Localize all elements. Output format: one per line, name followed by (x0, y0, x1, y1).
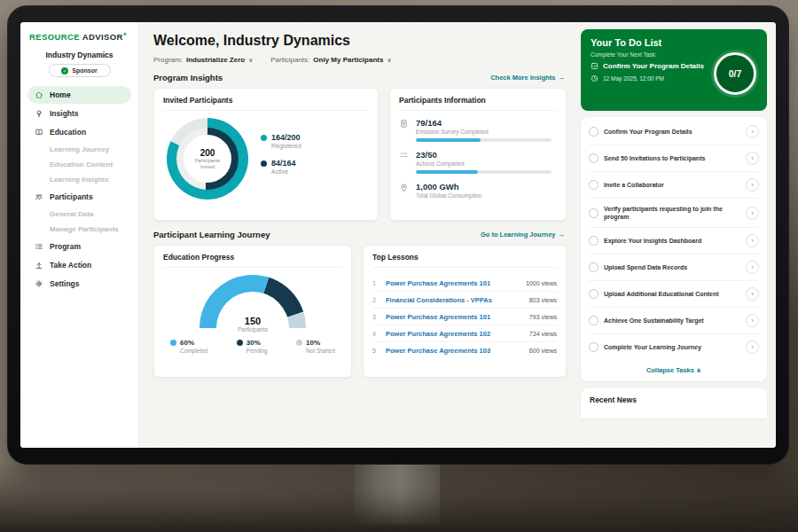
lesson-row: 5 Power Purchase Agreements 103 600 view… (372, 342, 557, 358)
legend-pending: 30% Pending (237, 339, 268, 354)
people-icon (35, 192, 43, 201)
chevron-right-icon[interactable]: › (746, 152, 759, 165)
task-row[interactable]: Achieve One Sustainability Target › (589, 308, 759, 334)
lesson-row: 2 Financial Considerations - VPPAs 803 v… (372, 292, 557, 309)
education-progress-card: Education Progress 150 Participants 60% … (153, 245, 352, 378)
legend-dot (261, 160, 267, 167)
legend-not-started: 10% Not Started (296, 339, 335, 354)
donut-legend: 164/200 Registered 84/164 Active (261, 133, 301, 184)
logo-plus: + (123, 31, 128, 37)
progress-bar (416, 138, 552, 142)
invited-participants-card: Invited Participants 200 Participants In… (153, 88, 379, 221)
lesson-link[interactable]: Power Purchase Agreements 101 (386, 313, 523, 321)
app-logo: RESOURCE ADVISOR+ (27, 31, 131, 42)
sidebar: RESOURCE ADVISOR+ Industry Dynamics ✓ Sp… (20, 22, 139, 448)
task-row[interactable]: Explore Your Insights Dashboard › (589, 228, 759, 254)
sidebar-item-education[interactable]: Education (27, 123, 131, 141)
sidebar-item-learning-insights[interactable]: Learning Insights (27, 172, 131, 187)
task-checkbox[interactable] (589, 208, 598, 218)
sponsor-badge[interactable]: ✓ Sponsor (49, 64, 111, 77)
program-filter-value: Industrialize Zero (186, 56, 245, 64)
learning-journey-header: Participant Learning Journey Go to Learn… (153, 230, 565, 239)
task-row[interactable]: Invite a Collaborator › (589, 172, 759, 199)
sidebar-item-label: Home (50, 90, 71, 99)
participants-filter[interactable]: Participants: Only My Participants ∨ (270, 56, 391, 64)
sidebar-item-settings[interactable]: Settings (27, 275, 131, 293)
legend-completed: 60% Completed (170, 339, 207, 354)
metric-value: 79/164 (416, 118, 557, 128)
sidebar-item-education-content[interactable]: Education Content (27, 157, 131, 172)
chevron-up-icon: ∧ (696, 366, 701, 374)
arrow-right-icon: → (559, 74, 566, 82)
chevron-right-icon[interactable]: › (746, 125, 759, 138)
chevron-down-icon: ∨ (248, 57, 253, 64)
chevron-right-icon[interactable]: › (746, 178, 759, 192)
program-filter[interactable]: Program: Industrialize Zero ∨ (153, 56, 253, 64)
legend-registered: 164/200 Registered (261, 133, 301, 149)
lesson-row: 4 Power Purchase Agreements 102 734 view… (372, 325, 557, 342)
task-checkbox[interactable] (589, 236, 598, 246)
task-checkbox[interactable] (589, 342, 598, 352)
todo-column: Your To Do List Complete Your Next Task:… (577, 22, 776, 448)
book-icon (35, 128, 43, 137)
education-gauge-chart: 150 Participants (200, 275, 306, 330)
task-row[interactable]: Send 50 Invitations to Participants › (589, 145, 759, 172)
chevron-right-icon[interactable]: › (746, 314, 759, 327)
chevron-right-icon[interactable]: › (746, 287, 759, 301)
task-checkbox[interactable] (589, 127, 598, 137)
check-more-insights-link[interactable]: Check More Insights→ (490, 74, 565, 82)
task-row[interactable]: Confirm Your Program Details › (589, 119, 759, 145)
org-name: Industry Dynamics (27, 51, 131, 59)
collapse-tasks-link[interactable]: Collapse Tasks ∧ (589, 360, 759, 378)
task-checkbox[interactable] (589, 316, 598, 325)
chevron-right-icon[interactable]: › (746, 261, 759, 274)
lesson-link[interactable]: Power Purchase Agreements 102 (386, 330, 523, 338)
check-square-icon (591, 62, 598, 70)
home-icon (35, 90, 43, 99)
sidebar-item-insights[interactable]: Insights (27, 105, 131, 122)
donut-value: 200 (200, 148, 215, 158)
checklist-icon (399, 151, 409, 160)
card-title: Invited Participants (163, 96, 369, 111)
gauge-legend: 60% Completed 30% Pending 10% Not Starte… (163, 330, 342, 354)
task-checkbox[interactable] (589, 180, 598, 190)
participants-filter-value: Only My Participants (313, 56, 383, 64)
todo-progress-badge: 0/7 (714, 52, 756, 95)
lesson-link[interactable]: Power Purchase Agreements 101 (386, 279, 520, 287)
sidebar-item-general-data[interactable]: General Data (27, 207, 131, 222)
chevron-right-icon[interactable]: › (746, 234, 759, 247)
recent-news-header[interactable]: Recent News (581, 388, 767, 419)
main-column: Welcome, Industry Dynamics Program: Indu… (139, 22, 577, 448)
top-lessons-card: Top Lessons 1 Power Purchase Agreements … (363, 245, 567, 378)
progress-bar (416, 170, 552, 174)
legend-dot (296, 340, 302, 346)
task-row[interactable]: Upload Spend Data Records › (589, 254, 759, 281)
sidebar-item-participants[interactable]: Participants (27, 188, 131, 206)
go-to-learning-journey-link[interactable]: Go to Learning Journey→ (481, 231, 565, 239)
task-row[interactable]: Complete Your Learning Journey › (589, 334, 759, 360)
lesson-views: 1000 views (526, 280, 557, 286)
task-checkbox[interactable] (589, 262, 598, 272)
logo-resource: RESOURCE (29, 32, 80, 42)
task-checkbox[interactable] (589, 289, 598, 299)
sidebar-item-manage-participants[interactable]: Manage Participants (27, 222, 131, 237)
gear-icon (35, 279, 43, 288)
sidebar-item-learning-journey[interactable]: Learning Journey (27, 142, 131, 157)
invited-donut-chart: 200 Participants Invited (167, 118, 248, 200)
filter-bar: Program: Industrialize Zero ∨ Participan… (153, 56, 567, 64)
sidebar-item-take-action[interactable]: Take Action (27, 256, 131, 274)
chevron-right-icon[interactable]: › (746, 207, 759, 220)
next-task[interactable]: Confirm Your Program Details (591, 62, 715, 70)
task-row[interactable]: Upload Additional Educational Content › (589, 281, 759, 308)
survey-icon (399, 119, 409, 129)
lesson-link[interactable]: Power Purchase Agreements 103 (386, 347, 523, 355)
metric-value: 1,000 GWh (416, 182, 557, 192)
desk-shadow (0, 461, 798, 532)
sidebar-item-program[interactable]: Program (27, 238, 131, 255)
task-row[interactable]: Verify participants requesting to join t… (589, 199, 759, 228)
lesson-link[interactable]: Financial Considerations - VPPAs (386, 296, 523, 304)
chevron-right-icon[interactable]: › (746, 340, 759, 354)
task-checkbox[interactable] (589, 153, 598, 163)
sidebar-item-home[interactable]: Home (27, 86, 131, 104)
lesson-views: 803 views (529, 297, 557, 303)
